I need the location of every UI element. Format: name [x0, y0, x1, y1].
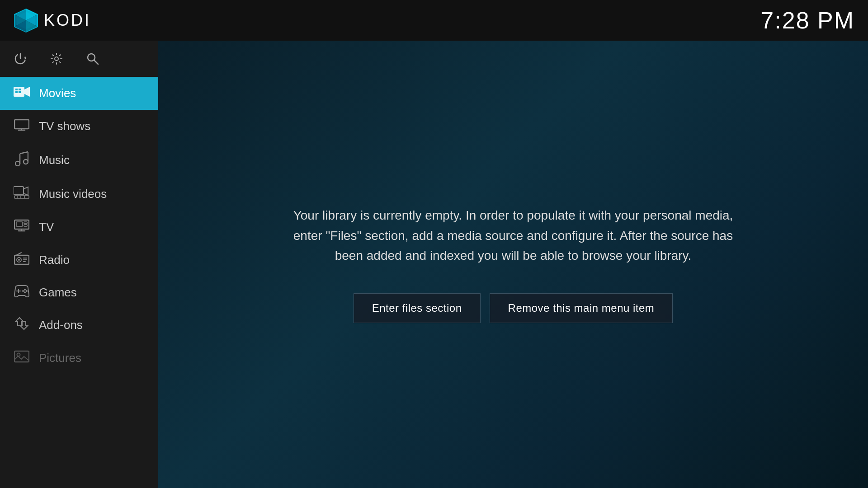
pictures-icon [14, 350, 30, 366]
tv-shows-icon [14, 118, 30, 135]
icon-toolbar [0, 41, 158, 77]
top-bar: KODI 7:28 PM [0, 0, 868, 41]
addons-icon [14, 317, 30, 333]
sidebar-label-tv: TV [39, 220, 54, 234]
sidebar-item-music-videos[interactable]: Music videos [0, 178, 158, 211]
app-title: KODI [44, 11, 91, 30]
power-button[interactable] [14, 52, 27, 66]
svg-line-26 [20, 152, 28, 154]
svg-point-10 [55, 57, 58, 61]
tv-icon [14, 219, 30, 235]
svg-point-48 [24, 289, 26, 291]
sidebar-label-music-videos: Music videos [39, 187, 107, 201]
svg-rect-17 [15, 91, 18, 93]
svg-rect-37 [24, 222, 27, 224]
music-videos-icon [14, 186, 30, 202]
svg-rect-44 [23, 259, 27, 260]
svg-point-53 [17, 353, 20, 357]
games-icon [14, 285, 30, 300]
music-icon [14, 151, 30, 169]
svg-rect-43 [23, 258, 27, 258]
search-button[interactable] [86, 52, 99, 66]
sidebar-label-games: Games [39, 286, 77, 300]
svg-rect-27 [14, 187, 24, 195]
radio-icon [14, 252, 30, 268]
svg-point-50 [24, 291, 26, 293]
svg-point-42 [18, 259, 20, 261]
sidebar-item-music[interactable]: Music [0, 143, 158, 178]
svg-rect-29 [14, 196, 29, 198]
sidebar-label-music: Music [39, 153, 70, 167]
svg-marker-14 [24, 87, 30, 97]
svg-rect-19 [14, 120, 29, 129]
svg-rect-45 [23, 261, 26, 262]
svg-rect-16 [19, 89, 21, 90]
content-area: Your library is currently empty. In orde… [158, 41, 868, 488]
sidebar-item-radio[interactable]: Radio [0, 244, 158, 277]
svg-rect-38 [24, 225, 27, 226]
svg-point-23 [24, 160, 28, 164]
main-layout: Movies TV shows [0, 41, 868, 488]
sidebar-label-movies: Movies [39, 86, 76, 100]
logo-area: KODI [14, 8, 91, 33]
svg-rect-18 [19, 91, 21, 93]
enter-files-button[interactable]: Enter files section [354, 293, 481, 323]
time-display: 7:28 PM [760, 7, 854, 34]
svg-point-49 [26, 290, 28, 292]
kodi-logo-icon [14, 8, 38, 33]
empty-library-message: Your library is currently empty. In orde… [292, 206, 735, 266]
sidebar-label-pictures: Pictures [39, 351, 81, 365]
action-buttons: Enter files section Remove this main men… [354, 293, 673, 323]
sidebar-item-movies[interactable]: Movies [0, 77, 158, 110]
empty-library-text: Your library is currently empty. In orde… [292, 206, 735, 266]
sidebar-item-tv-shows[interactable]: TV shows [0, 110, 158, 143]
sidebar-label-addons: Add-ons [39, 318, 83, 332]
svg-rect-52 [14, 351, 29, 362]
sidebar-item-addons[interactable]: Add-ons [0, 309, 158, 342]
movies-icon [14, 85, 30, 102]
sidebar-item-games[interactable]: Games [0, 277, 158, 309]
sidebar-item-pictures[interactable]: Pictures [0, 342, 158, 375]
svg-marker-28 [24, 187, 28, 195]
svg-rect-36 [16, 222, 23, 226]
svg-point-22 [15, 161, 20, 166]
sidebar-item-tv[interactable]: TV [0, 211, 158, 244]
settings-button[interactable] [50, 52, 63, 66]
sidebar: Movies TV shows [0, 41, 158, 488]
svg-rect-15 [15, 89, 18, 90]
sidebar-label-radio: Radio [39, 253, 70, 267]
sidebar-label-tv-shows: TV shows [39, 119, 90, 133]
svg-line-12 [94, 60, 98, 64]
remove-menu-item-button[interactable]: Remove this main menu item [490, 293, 673, 323]
svg-point-51 [22, 290, 24, 292]
